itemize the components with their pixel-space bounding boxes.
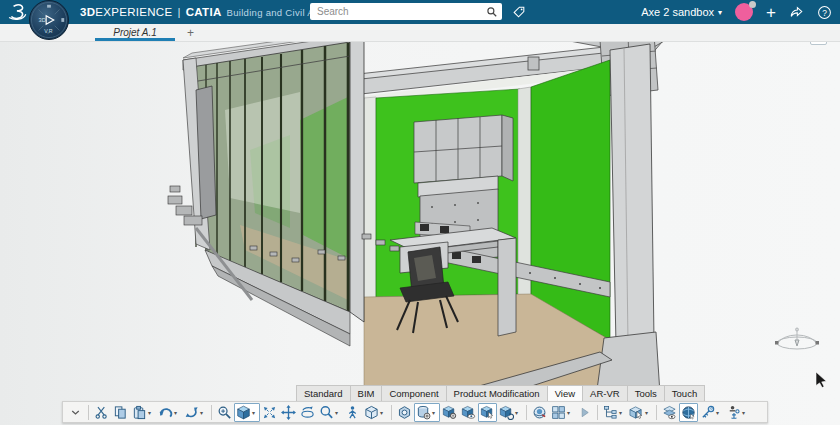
top-bar: 3DEXPERIENCE | CATIA Building and Civil … [0, 0, 840, 24]
measure-tool-button[interactable]: ▾ [698, 403, 724, 422]
fit-all-in-button[interactable] [260, 403, 279, 422]
zoom-area-button[interactable] [215, 403, 234, 422]
update-button[interactable]: ▾ [497, 403, 523, 422]
paste-icon [132, 405, 147, 420]
manikin-dropdown-arrow[interactable]: ▾ [742, 409, 748, 416]
sectioning-dropdown-arrow[interactable]: ▾ [432, 409, 438, 416]
layer-visibility-button[interactable] [660, 403, 679, 422]
3d-viewport[interactable] [0, 0, 840, 425]
tab-label: Projet A.1 [113, 27, 157, 38]
new-tab-button[interactable]: + [187, 25, 194, 41]
globe-button[interactable] [679, 403, 698, 422]
workspace-selector[interactable]: Axe 2 sandbox ▾ [641, 6, 722, 18]
iso-view-button[interactable]: ▾ [362, 403, 388, 422]
update-dropdown-arrow[interactable]: ▾ [515, 409, 521, 416]
pointer-cube-dropdown-arrow[interactable]: ▾ [645, 409, 651, 416]
design-tree-dropdown-arrow[interactable]: ▾ [619, 409, 625, 416]
tab-projet-a1[interactable]: Projet A.1 [95, 24, 175, 41]
toolbar-separator [597, 405, 598, 420]
ribbon-tab-product-modification[interactable]: Product Modification [446, 385, 547, 402]
iso-view-dropdown-arrow[interactable]: ▾ [380, 409, 386, 416]
chevron-down-icon: ▾ [718, 8, 722, 17]
copy-button[interactable] [111, 403, 130, 422]
brand-3d: 3D [80, 6, 95, 18]
cylinder-gear-icon [416, 405, 431, 420]
application-window: 3DEXPERIENCE | CATIA Building and Civil … [0, 0, 840, 425]
pointer-cube-button[interactable]: ▾ [627, 403, 653, 422]
document-tab-strip: Projet A.1 + [0, 24, 840, 42]
cube-pointer-icon [629, 405, 644, 420]
iso-cube-icon [364, 405, 379, 420]
toolbar-separator [391, 405, 392, 420]
search-input[interactable] [310, 6, 486, 17]
fit-all-icon [262, 405, 277, 420]
ribbon-tab-view[interactable]: View [547, 385, 582, 402]
ribbon-tab-component[interactable]: Component [381, 385, 445, 402]
rotate-button[interactable] [298, 403, 317, 422]
rotate-icon [300, 405, 315, 420]
search-icon[interactable] [486, 6, 498, 18]
ribbon-tab-bar: StandardBIMComponentProduct Modification… [296, 385, 705, 402]
toolbar-separator [656, 405, 657, 420]
layers-eye-icon [662, 405, 677, 420]
tree-icon [603, 405, 618, 420]
undo-dropdown-arrow[interactable]: ▾ [174, 409, 180, 416]
brand-divider: | [177, 6, 180, 18]
view-mode-button[interactable]: ▾ [234, 403, 260, 422]
multi-view-dropdown-arrow[interactable]: ▾ [567, 409, 573, 416]
help-icon[interactable]: ? [817, 5, 832, 20]
copy-icon [113, 405, 128, 420]
hide-show-button[interactable] [440, 403, 459, 422]
manikin-button[interactable]: ▾ [724, 403, 750, 422]
search-box[interactable] [310, 3, 502, 20]
render-style-button[interactable] [395, 403, 414, 422]
toolbar-separator [211, 405, 212, 420]
design-tree-button[interactable]: ▾ [601, 403, 627, 422]
ribbon-tab-touch[interactable]: Touch [664, 385, 705, 402]
paste-button[interactable]: ▾ [130, 403, 156, 422]
cut-button[interactable] [92, 403, 111, 422]
next-button[interactable] [575, 403, 594, 422]
zoom-dropdown-arrow[interactable]: ▾ [335, 409, 341, 416]
dassault-logo [7, 2, 29, 22]
ribbon-tab-ar-vr[interactable]: AR-VR [582, 385, 627, 402]
view-mode-dropdown-arrow[interactable]: ▾ [252, 409, 258, 416]
visualization-button[interactable] [459, 403, 478, 422]
chevron-down-icon [68, 405, 83, 420]
manikin-icon [726, 405, 741, 420]
toolbar-separator [526, 405, 527, 420]
ribbon-tab-standard[interactable]: Standard [296, 385, 350, 402]
zoom-button[interactable]: ▾ [317, 403, 343, 422]
tag-icon[interactable] [510, 4, 528, 20]
redo-dropdown-arrow[interactable]: ▾ [200, 409, 206, 416]
svg-text:?: ? [822, 7, 827, 17]
multi-view-button[interactable]: ▾ [549, 403, 575, 422]
ribbon-tab-tools[interactable]: Tools [627, 385, 664, 402]
pan-button[interactable] [279, 403, 298, 422]
compass-south-label: V,R [44, 28, 52, 34]
add-icon[interactable]: + [766, 4, 776, 21]
quad-view-icon [551, 405, 566, 420]
cut-icon [94, 405, 109, 420]
zoom-area-icon [217, 405, 232, 420]
toolbar-separator [88, 405, 89, 420]
select-mode-button[interactable] [478, 403, 497, 422]
sectioning-button[interactable]: ▾ [414, 403, 440, 422]
avatar[interactable] [735, 3, 753, 21]
paste-dropdown-arrow[interactable]: ▾ [148, 409, 154, 416]
share-icon[interactable] [789, 5, 804, 19]
measure-tool-dropdown-arrow[interactable]: ▾ [716, 409, 722, 416]
expand-toolbar-button[interactable] [66, 403, 85, 422]
globe-swoosh-icon [532, 405, 547, 420]
ribbon-tab-bim[interactable]: BIM [350, 385, 382, 402]
look-at-icon [345, 405, 360, 420]
brand-experience: EXPERIENCE [95, 6, 172, 18]
redo-button[interactable]: ▾ [182, 403, 208, 422]
key-tool-icon [700, 405, 715, 420]
rendering-button[interactable] [530, 403, 549, 422]
experience-compass[interactable]: 3D V,R [29, 0, 69, 40]
undo-button[interactable]: ▾ [156, 403, 182, 422]
view-cube-icon [236, 405, 251, 420]
globe-icon [681, 405, 696, 420]
look-at-button[interactable] [343, 403, 362, 422]
